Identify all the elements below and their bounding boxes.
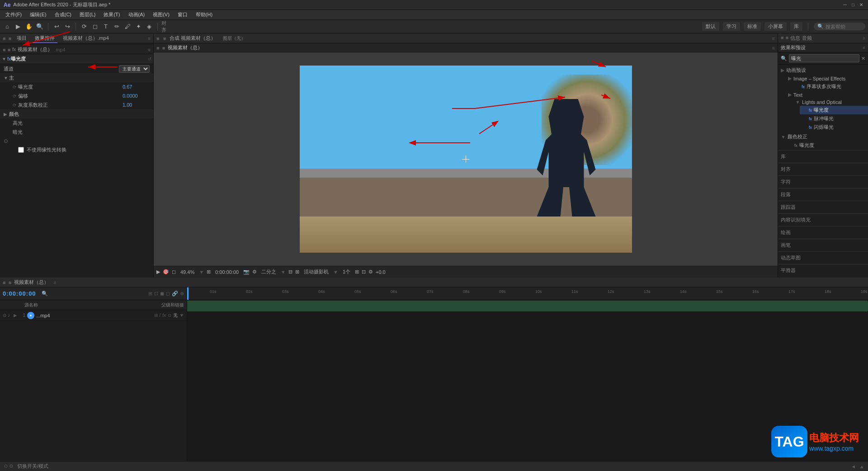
tl-icon-2[interactable]: ⊡ (154, 291, 158, 297)
effects-search-input[interactable] (789, 54, 859, 62)
fx-offset-row[interactable]: ⟳ 偏移 0.0000 (0, 91, 153, 100)
preview-icon-5[interactable]: 📷 (243, 269, 250, 275)
comp-panel-menu[interactable]: ≡ (772, 36, 775, 41)
solo-icon[interactable]: ⊙ (3, 313, 6, 318)
right-panel-menu[interactable]: ≡ (863, 36, 865, 41)
pulse-exposure-item[interactable]: fx 脉冲曝光 (800, 114, 868, 123)
tool-text[interactable]: T (101, 22, 110, 31)
exposure-item[interactable]: fx 曝光度 (800, 106, 868, 114)
preview-icon-7[interactable]: ⊟ (288, 269, 292, 275)
tool-home[interactable]: ⌂ (3, 22, 12, 31)
menu-window[interactable]: 窗口 (174, 10, 191, 19)
tab-footage[interactable]: 视频素材（总）.mp4 (60, 34, 111, 42)
tool-rect[interactable]: ◻ (90, 22, 99, 31)
close-button[interactable]: ✕ (858, 2, 864, 8)
workspace-standard[interactable]: 标准 (744, 22, 761, 31)
char-title[interactable]: 字符 (781, 178, 865, 186)
color-correction-header[interactable]: ▼ 颜色校正 (778, 132, 868, 141)
minimize-button[interactable]: ─ (842, 2, 848, 8)
status-mode[interactable]: 切换开关/模式 (17, 463, 48, 470)
footage-tab[interactable]: 视频素材（总） (168, 44, 203, 51)
workspace-default[interactable]: 默认 (702, 22, 719, 31)
preview-icon-1[interactable]: ▶ (156, 269, 160, 275)
tool-redo[interactable]: ↪ (63, 22, 72, 31)
tl-layer-row-1[interactable]: ⊙ ♪ ▶ 1 ● ...mp4 ⊞ / fx ⊙ 无 ▼ (0, 310, 187, 321)
tool-play[interactable]: ▶ (14, 22, 23, 31)
drawing-title[interactable]: 绘画 (781, 228, 865, 237)
status-icon-left[interactable]: ◄ (851, 464, 856, 469)
playhead[interactable] (187, 287, 189, 300)
fx-reset[interactable]: ↺ (148, 57, 151, 61)
channel-select[interactable]: 主要通道 (119, 65, 150, 73)
menu-animation[interactable]: 动画(A) (125, 10, 149, 19)
tl-icon-3[interactable]: ◼ (160, 291, 164, 297)
text-header[interactable]: ▶ Text (785, 91, 868, 99)
fx-exposure-row[interactable]: ⟳ 曝光度 0.67 (0, 82, 153, 91)
fx-color-header[interactable]: ▶ 颜色 (0, 109, 153, 118)
gamma-value[interactable]: 1.00 (123, 102, 150, 108)
tool-pen[interactable]: ✏ (112, 22, 121, 31)
motion-title[interactable]: 动态草图 (781, 254, 865, 262)
menu-composition[interactable]: 合成(C) (51, 10, 75, 19)
tool-zoom[interactable]: 🔍 (35, 22, 44, 31)
layer-name[interactable]: ...mp4 (36, 313, 152, 318)
fx-highlight-row[interactable]: 高光 (0, 118, 153, 127)
tl-icon-4[interactable]: ◻ (166, 291, 170, 297)
tl-time-ruler[interactable]: 01s 02s 03s 04s 05s 06s 07s 08s 09s 10s … (187, 287, 868, 300)
tool-shape[interactable]: ◈ (145, 22, 154, 31)
layer-track-bar[interactable] (187, 301, 868, 311)
search-help-input[interactable] (826, 24, 862, 29)
fx-panel-menu[interactable]: ≡ (148, 47, 151, 52)
lights-optical-header[interactable]: ▼ Lights and Optical (793, 99, 868, 106)
menu-view[interactable]: 视图(V) (149, 10, 173, 19)
effects-search-clear[interactable]: ✕ (861, 56, 865, 61)
layer-parent-expand[interactable]: ▼ (179, 313, 184, 318)
layer-switch-2[interactable]: / (160, 313, 161, 318)
smoother-title[interactable]: 平滑器 (781, 266, 865, 275)
menu-effects[interactable]: 效果(T) (100, 10, 123, 19)
preview-icon-8[interactable]: ⊞ (295, 269, 299, 275)
resolution-display[interactable]: 二分之 (259, 268, 278, 276)
preview-icon-10[interactable]: ⊡ (362, 269, 366, 275)
tl-search[interactable]: 🔍 (42, 291, 48, 297)
preview-icon-3[interactable]: ◻ (172, 269, 176, 275)
footage-menu[interactable]: ≡ (772, 45, 775, 51)
linear-checkbox[interactable] (18, 147, 24, 153)
preview-icon-11[interactable]: ⚙ (368, 269, 373, 275)
workspace-small[interactable]: 小屏幕 (764, 22, 787, 31)
preview-icon-6[interactable]: ⚙ (252, 269, 257, 275)
tool-hand[interactable]: ✋ (24, 22, 33, 31)
tool-anchor[interactable]: ✦ (134, 22, 143, 31)
fx-dark-row[interactable]: 暗光 (0, 127, 153, 137)
para-title[interactable]: 段落 (781, 190, 865, 199)
tab-fx[interactable]: 效果控件 (32, 34, 57, 43)
tl-icon-5[interactable]: 🔗 (172, 291, 178, 297)
menu-file[interactable]: 文件(F) (2, 10, 25, 19)
status-icon-right[interactable]: ▲ (859, 464, 864, 469)
offset-value[interactable]: 0.0000 (123, 93, 150, 99)
search-help-box[interactable]: 🔍 (814, 23, 865, 30)
brush-title[interactable]: 画笔 (781, 241, 865, 250)
tab-info[interactable]: 信息 (790, 35, 800, 42)
content-aware-title[interactable]: 内容识别填充 (781, 216, 865, 224)
library-title[interactable]: 库 (781, 152, 865, 161)
fx-presets-menu[interactable]: ≡ (863, 45, 865, 50)
workspace-library[interactable]: 库 (790, 22, 802, 31)
fx-exposure-header[interactable]: ▼ fx 曝光度 ↺ (0, 54, 153, 64)
tab-audio[interactable]: 音频 (802, 35, 812, 42)
camera-display[interactable]: 活动摄影机 (302, 268, 330, 276)
tracker-title[interactable]: 跟踪器 (781, 203, 865, 212)
tl-icon-6[interactable]: ⊕ (180, 291, 184, 297)
panel-menu-icon[interactable]: ≡ (148, 36, 151, 41)
audio-icon[interactable]: ♪ (8, 313, 10, 318)
time-display[interactable]: 0:00:00:00 (213, 269, 241, 275)
restore-button[interactable]: □ (850, 2, 856, 8)
preview-icon-4[interactable]: ⊞ (207, 269, 211, 275)
tl-time-display[interactable]: 0:00:00:00 (3, 290, 36, 297)
tab-composition[interactable]: 合成 视频素材（总） (170, 35, 216, 42)
flash-exposure-item[interactable]: fx 闪烁曝光 (800, 123, 868, 132)
animation-presets-header[interactable]: ▶ 动画预设 (778, 66, 868, 75)
preview-icon-9[interactable]: ⊞ (355, 269, 359, 275)
image-special-effects-header[interactable]: ▶ Image – Special Effects (785, 75, 868, 82)
zoom-display[interactable]: 49.4% (179, 269, 196, 275)
